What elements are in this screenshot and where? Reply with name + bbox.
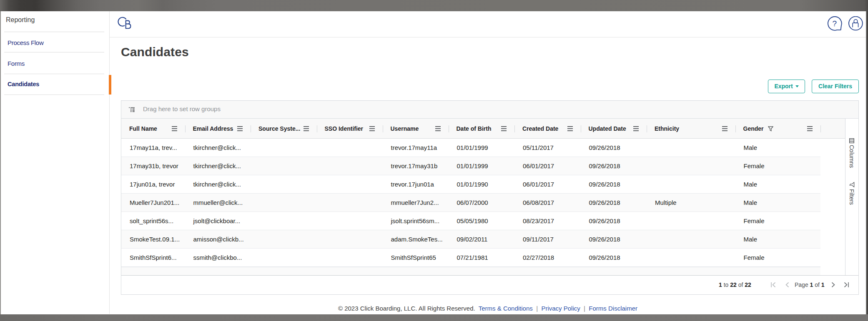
svg-text:?: ? bbox=[833, 19, 837, 28]
